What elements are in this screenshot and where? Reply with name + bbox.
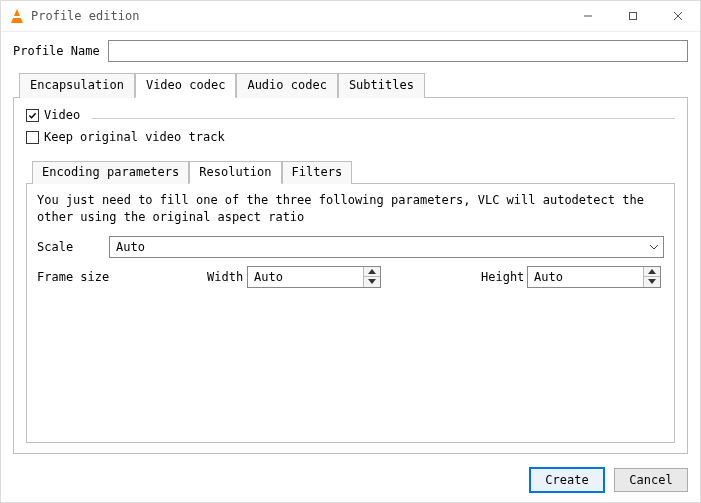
- tab-encapsulation[interactable]: Encapsulation: [19, 73, 135, 98]
- create-button[interactable]: Create: [530, 468, 604, 492]
- scale-row: Scale Auto: [37, 236, 664, 258]
- profile-name-input[interactable]: [108, 40, 688, 62]
- checkmark-icon: [28, 111, 37, 120]
- inner-tab-resolution[interactable]: Resolution: [189, 161, 281, 184]
- inner-tabs-wrap: Encoding parameters Resolution Filters Y…: [26, 160, 675, 443]
- height-spin-buttons: [643, 267, 660, 287]
- resolution-panel: You just need to fill one of the three f…: [26, 183, 675, 443]
- main-tabs: Encapsulation Video codec Audio codec Su…: [13, 72, 688, 97]
- profile-name-row: Profile Name: [13, 40, 688, 62]
- svg-marker-4: [368, 269, 376, 274]
- video-codec-panel: Video Keep original video track Encoding…: [13, 97, 688, 454]
- profile-name-label: Profile Name: [13, 44, 100, 58]
- width-spin-down[interactable]: [364, 276, 380, 287]
- minimize-button[interactable]: [565, 1, 610, 31]
- profile-edition-window: Profile edition Profile Name Encapsulati…: [0, 0, 701, 503]
- svg-marker-7: [648, 279, 656, 284]
- svg-marker-6: [648, 269, 656, 274]
- svg-marker-5: [368, 279, 376, 284]
- width-spinbox[interactable]: [247, 266, 381, 288]
- frame-size-row: Frame size Width: [37, 266, 664, 288]
- width-label: Width: [207, 270, 247, 284]
- triangle-down-icon: [648, 279, 656, 284]
- scale-combobox[interactable]: Auto: [109, 236, 664, 258]
- height-label: Height: [481, 270, 527, 284]
- width-input[interactable]: [248, 267, 363, 287]
- checkbox-box-icon: [26, 109, 39, 122]
- groupbox-line: [92, 118, 675, 119]
- height-spin-down[interactable]: [644, 276, 660, 287]
- height-input[interactable]: [528, 267, 643, 287]
- content-area: Profile Name Encapsulation Video codec A…: [1, 32, 700, 502]
- chevron-down-icon: [645, 237, 663, 257]
- maximize-button[interactable]: [610, 1, 655, 31]
- tab-subtitles[interactable]: Subtitles: [338, 73, 425, 98]
- checkbox-box-icon: [26, 131, 39, 144]
- titlebar: Profile edition: [1, 1, 700, 32]
- cancel-button[interactable]: Cancel: [614, 468, 688, 492]
- video-groupbox-header: Video: [26, 108, 675, 126]
- svg-rect-1: [629, 13, 636, 20]
- video-checkbox[interactable]: Video: [26, 108, 80, 122]
- window-title: Profile edition: [31, 9, 565, 23]
- triangle-up-icon: [648, 269, 656, 274]
- dialog-footer: Create Cancel: [13, 454, 688, 492]
- width-spin-buttons: [363, 267, 380, 287]
- vlc-icon: [9, 8, 25, 24]
- window-controls: [565, 1, 700, 31]
- keep-original-label: Keep original video track: [44, 130, 225, 144]
- inner-tab-filters[interactable]: Filters: [282, 161, 353, 184]
- inner-tab-encoding-parameters[interactable]: Encoding parameters: [32, 161, 189, 184]
- close-button[interactable]: [655, 1, 700, 31]
- scale-value: Auto: [110, 240, 645, 254]
- scale-label: Scale: [37, 240, 109, 254]
- triangle-down-icon: [368, 279, 376, 284]
- height-spinbox[interactable]: [527, 266, 661, 288]
- tab-video-codec[interactable]: Video codec: [135, 73, 236, 98]
- keep-original-checkbox[interactable]: Keep original video track: [26, 130, 669, 144]
- video-checkbox-label: Video: [44, 108, 80, 122]
- height-spin-up[interactable]: [644, 267, 660, 277]
- frame-size-label: Frame size: [37, 270, 207, 284]
- inner-tabs: Encoding parameters Resolution Filters: [26, 160, 675, 183]
- triangle-up-icon: [368, 269, 376, 274]
- width-spin-up[interactable]: [364, 267, 380, 277]
- tab-audio-codec[interactable]: Audio codec: [236, 73, 337, 98]
- resolution-help-text: You just need to fill one of the three f…: [37, 192, 664, 226]
